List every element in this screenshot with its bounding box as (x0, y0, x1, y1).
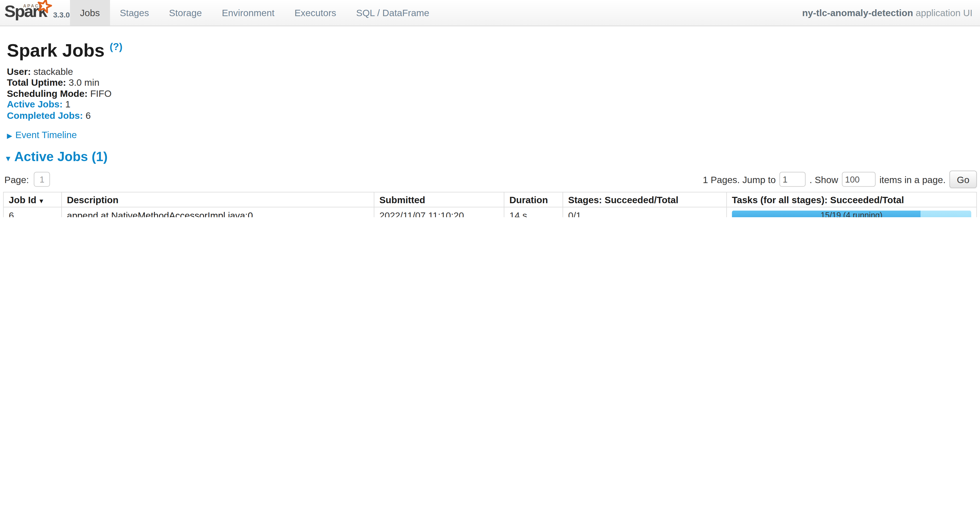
col-job-id[interactable]: Job Id▼ (3, 192, 62, 207)
stages-cell: 0/1 (563, 207, 727, 217)
summary-user: User: stackable (7, 66, 977, 77)
tab-storage[interactable]: Storage (159, 0, 212, 25)
spark-logo[interactable]: Spark APACHE 3.3.0 (0, 0, 70, 25)
pages-jump-text: 1 Pages. Jump to (703, 174, 776, 185)
active-jobs-section-header[interactable]: ▼Active Jobs (1) (5, 149, 977, 167)
active-job-row: 6 append at NativeMethodAccessorImpl.jav… (3, 207, 977, 217)
col-duration[interactable]: Duration (504, 192, 563, 207)
summary-active-jobs: Active Jobs: 1 (7, 99, 977, 110)
jump-to-page-input[interactable] (780, 172, 806, 187)
col-tasks[interactable]: Tasks (for all stages): Succeeded/Total (727, 192, 977, 207)
application-name: ny-tlc-anomaly-detection (802, 7, 913, 18)
active-jobs-table: Job Id▼ Description Submitted Duration S… (3, 192, 977, 217)
tasks-cell: 15/19 (4 running) (727, 207, 977, 217)
main-content: Spark Jobs (?) User: stackable Total Upt… (0, 36, 980, 217)
duration-cell: 14 s (504, 207, 563, 217)
spark-version: 3.3.0 (53, 11, 70, 19)
submitted-cell: 2022/11/07 11:10:20 (374, 207, 504, 217)
application-title-suffix: application UI (916, 7, 973, 18)
progress-label: 15/19 (4 running) (732, 211, 971, 217)
col-submitted[interactable]: Submitted (374, 192, 504, 207)
tab-jobs[interactable]: Jobs (70, 0, 110, 25)
job-id-cell: 6 (3, 207, 62, 217)
page-title: Spark Jobs (?) (7, 36, 977, 61)
page-label: Page: (5, 174, 29, 185)
expanded-arrow-icon: ▼ (5, 154, 12, 163)
active-pagination-top: Page: 1 Pages. Jump to . Show items in a… (3, 171, 977, 188)
tab-executors[interactable]: Executors (285, 0, 346, 25)
help-link[interactable]: (?) (110, 41, 122, 52)
items-text: items in a page. (880, 174, 946, 185)
description-cell: append at NativeMethodAccessorImpl.java:… (62, 207, 374, 217)
active-jobs-link[interactable]: Active Jobs: (7, 99, 63, 110)
nav-tabs: Jobs Stages Storage Environment Executor… (70, 0, 439, 25)
tab-sql-dataframe[interactable]: SQL / DataFrame (346, 0, 439, 25)
summary-completed-jobs: Completed Jobs: 6 (7, 110, 977, 121)
tasks-progress-bar: 15/19 (4 running) (732, 211, 971, 217)
application-title: ny-tlc-anomaly-detection application UI (802, 0, 980, 25)
navbar: Spark APACHE 3.3.0 Jobs Stages Storage E… (0, 0, 980, 26)
page-title-text: Spark Jobs (7, 40, 105, 60)
event-timeline-toggle[interactable]: ▶Event Timeline (7, 129, 977, 140)
completed-jobs-link[interactable]: Completed Jobs: (7, 110, 83, 121)
spark-ui-page: Spark APACHE 3.3.0 Jobs Stages Storage E… (0, 0, 980, 217)
collapsed-arrow-icon: ▶ (7, 132, 12, 140)
items-per-page-input[interactable] (842, 172, 876, 187)
job-summary-list: User: stackable Total Uptime: 3.0 min Sc… (7, 66, 977, 121)
page-number-box[interactable] (34, 172, 50, 187)
tab-stages[interactable]: Stages (110, 0, 159, 25)
col-description[interactable]: Description (62, 192, 374, 207)
sort-desc-icon: ▼ (38, 198, 44, 205)
table-header-row: Job Id▼ Description Submitted Duration S… (3, 192, 977, 207)
tab-environment[interactable]: Environment (212, 0, 284, 25)
go-button[interactable]: Go (949, 171, 977, 188)
show-text: . Show (810, 174, 838, 185)
summary-scheduling-mode: Scheduling Mode: FIFO (7, 88, 977, 99)
summary-uptime: Total Uptime: 3.0 min (7, 77, 977, 88)
col-stages[interactable]: Stages: Succeeded/Total (563, 192, 727, 207)
